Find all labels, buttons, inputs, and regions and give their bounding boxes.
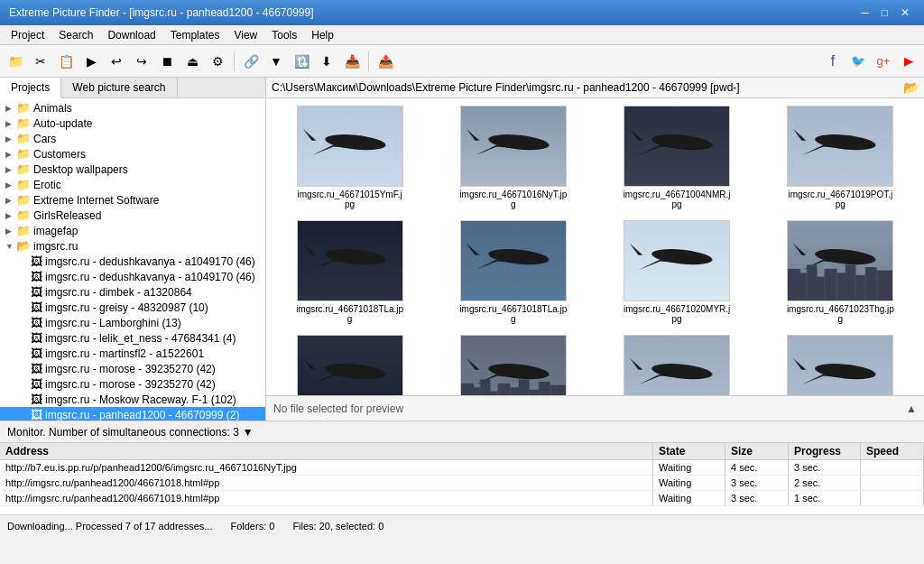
thumbnail-canvas: [788, 221, 892, 300]
thumbnail-item[interactable]: imgsrc.ru_46671035LOU.jpg: [437, 335, 589, 395]
tree-item[interactable]: ▶📁GirlsReleased: [0, 208, 265, 223]
dropdown-button[interactable]: ▼: [264, 50, 288, 73]
thumbnail-item[interactable]: imgsrc.ru_46671016NyT.jpg: [437, 106, 589, 209]
thumbnail-item[interactable]: imgsrc.ru_46671023Thg.jpg: [764, 220, 917, 324]
new-button[interactable]: 📁: [4, 50, 27, 73]
left-panel: Projects Web picture search ▶📁Animals ▶📁…: [0, 78, 266, 421]
thumbnail-label: imgsrc.ru_46671019POT.jpg: [786, 190, 894, 209]
close-button[interactable]: ✕: [895, 5, 915, 21]
tree-folder-icon: 🖼: [31, 377, 42, 391]
tree-arrow-icon: ▶: [5, 211, 16, 220]
thumbnail-item[interactable]: imgsrc.ru_46671004NMR.jpg: [601, 106, 753, 209]
thumbnail-item[interactable]: imgsrc.ru_46671042qNS.jpg: [273, 335, 426, 395]
tree-item[interactable]: 🖼imgsrc.ru - panhead1200 - 46670999 (2): [0, 407, 265, 421]
thumbnail-image: [460, 106, 567, 187]
tree-item[interactable]: 🖼imgsrc.ru - dedushkavanya - a1049170 (4…: [0, 269, 265, 284]
thumbnail-item[interactable]: imgsrc.ru_46671019POT.jpg: [764, 106, 917, 209]
back-button[interactable]: ↩: [105, 50, 128, 73]
stop-button[interactable]: ⏹: [155, 50, 179, 73]
monitor-dropdown-icon[interactable]: ▼: [243, 426, 254, 439]
folder-icon[interactable]: 📂: [903, 80, 919, 95]
social-gp[interactable]: g+: [872, 50, 895, 73]
maximize-button[interactable]: □: [876, 5, 893, 21]
tree-item[interactable]: ▶📁Customers: [0, 146, 265, 162]
tree-item[interactable]: 🖼imgsrc.ru - dimbek - a1320864: [0, 284, 265, 300]
tree-item[interactable]: ▶📁Erotic: [0, 177, 265, 192]
tree-item[interactable]: 🖼imgsrc.ru - Lamborghini (13): [0, 315, 265, 330]
tree-item[interactable]: ▶📁imagefap: [0, 223, 265, 238]
tree-arrow-icon: ▶: [5, 196, 16, 205]
tree-folder-icon: 🖼: [31, 408, 42, 421]
thumbnails-area[interactable]: imgsrc.ru_46671015YmF.jpgimgsrc.ru_46671…: [266, 98, 924, 395]
tab-web-search[interactable]: Web picture search: [61, 78, 177, 97]
download-address: http://b7.eu.is.pp.ru/p/panhead1200/6/im…: [0, 460, 653, 475]
download-button[interactable]: ⬇: [315, 50, 338, 73]
thumbnail-item[interactable]: imgsrc.ru_46671020MYR.jpg: [601, 220, 753, 324]
menu-item-search[interactable]: Search: [51, 27, 100, 42]
import-button[interactable]: 📥: [340, 50, 364, 73]
thumbnail-canvas: [298, 336, 402, 395]
tree-label: Erotic: [33, 179, 61, 191]
export-button[interactable]: 📤: [374, 50, 397, 73]
tree-indent: [2, 347, 20, 360]
download-row[interactable]: http://b7.eu.is.pp.ru/p/panhead1200/6/im…: [0, 460, 924, 476]
preview-text: No file selected for preview: [273, 402, 403, 415]
menu-item-download[interactable]: Download: [100, 27, 162, 42]
tree-folder-icon: 🖼: [31, 362, 42, 375]
preview-expand-icon[interactable]: ▲: [906, 402, 917, 415]
tree-item[interactable]: 🖼imgsrc.ru - martinsfl2 - a1522601: [0, 346, 265, 361]
tree-label: imgsrc.ru - lelik_et_ness - 47684341 (4): [45, 332, 236, 345]
social-yt[interactable]: ▶: [897, 50, 920, 73]
thumbnail-canvas: [298, 221, 402, 300]
tree-item[interactable]: ▶📁Extreme Internet Software: [0, 192, 265, 208]
tab-projects[interactable]: Projects: [0, 78, 61, 98]
tree-item[interactable]: ▶📁Desktop wallpapers: [0, 162, 265, 177]
copy-button[interactable]: 📋: [54, 50, 78, 73]
menu-item-tools[interactable]: Tools: [264, 27, 304, 42]
social-fb[interactable]: f: [821, 50, 845, 73]
settings-button[interactable]: ⚙: [206, 50, 229, 73]
tree-item[interactable]: 🖼imgsrc.ru - greisy - 48320987 (10): [0, 300, 265, 315]
download-address: http://imgsrc.ru/panhead1200/46671018.ht…: [0, 476, 653, 490]
social-tw[interactable]: 🐦: [846, 50, 870, 73]
tree-indent: [2, 409, 20, 421]
eject-button[interactable]: ⏏: [180, 50, 204, 73]
minimize-button[interactable]: ─: [855, 5, 874, 21]
tree-item[interactable]: 🖼imgsrc.ru - dedushkavanya - a1049170 (4…: [0, 254, 265, 269]
download-speed: [861, 476, 924, 490]
thumbnail-item[interactable]: imgsrc.ru_46670999eOT.jpg: [601, 335, 753, 395]
tree-item[interactable]: ▼📂imgsrc.ru: [0, 238, 265, 254]
thumbnail-item[interactable]: imgsrc.ru_46671015YmF.jpg: [273, 106, 426, 209]
menu-item-templates[interactable]: Templates: [163, 27, 227, 42]
download-row[interactable]: http://imgsrc.ru/panhead1200/46671018.ht…: [0, 476, 924, 491]
tree-container[interactable]: ▶📁Animals ▶📁Auto-update ▶📁Cars ▶📁Custome…: [0, 98, 265, 421]
forward-button[interactable]: ↪: [130, 50, 153, 73]
cut-button[interactable]: ✂: [29, 50, 52, 73]
tree-item[interactable]: ▶📁Cars: [0, 131, 265, 146]
link-button[interactable]: 🔗: [239, 50, 263, 73]
tree-item[interactable]: ▶📁Auto-update: [0, 116, 265, 131]
tree-indent: [2, 378, 20, 391]
tree-item[interactable]: 🖼imgsrc.ru - Moskow Raceway. F-1 (102): [0, 392, 265, 407]
thumbnail-item[interactable]: imgsrc.ru_46671018TLa.jpg: [273, 220, 426, 324]
status-bar: Downloading... Processed 7 of 17 address…: [0, 514, 924, 536]
run-button[interactable]: ▶: [79, 50, 103, 73]
thumbnail-canvas: [624, 336, 729, 395]
tree-folder-icon: 📁: [16, 224, 31, 237]
download-size: 4 sec.: [725, 460, 789, 475]
download-row[interactable]: http://imgsrc.ru/panhead1200/46671019.ht…: [0, 491, 924, 506]
tree-item[interactable]: 🖼imgsrc.ru - lelik_et_ness - 47684341 (4…: [0, 330, 265, 346]
tree-indent: [2, 317, 20, 329]
menu-item-view[interactable]: View: [226, 27, 264, 42]
thumbnail-canvas: [624, 106, 729, 186]
refresh-button[interactable]: 🔃: [290, 50, 313, 73]
menu-item-help[interactable]: Help: [304, 27, 341, 42]
tree-item[interactable]: 🖼imgsrc.ru - morose - 39235270 (42): [0, 376, 265, 392]
tree-item[interactable]: ▶📁Animals: [0, 100, 265, 116]
downloads-area: Address State Size Progress Speed http:/…: [0, 442, 924, 514]
thumbnail-item[interactable]: imgsrc.ru_46671063vOa.jpg: [764, 335, 917, 395]
menu-item-project[interactable]: Project: [4, 27, 51, 42]
tree-item[interactable]: 🖼imgsrc.ru - morose - 39235270 (42): [0, 361, 265, 376]
thumbnail-item[interactable]: imgsrc.ru_46671018TLa.jpg: [437, 220, 589, 324]
thumbnail-label: imgsrc.ru_46671018TLa.jpg: [459, 304, 568, 324]
